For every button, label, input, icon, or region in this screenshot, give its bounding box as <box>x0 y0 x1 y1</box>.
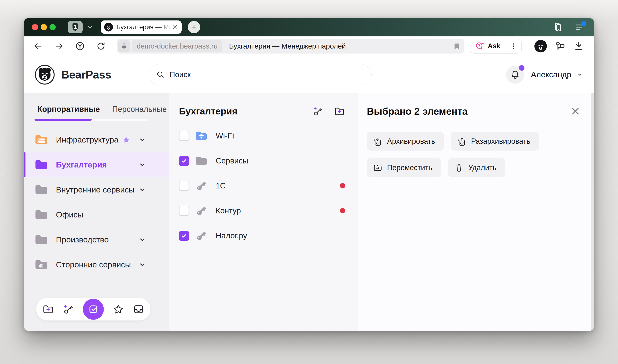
sidebar-item-label: Инфраструктура <box>56 135 122 144</box>
folder-server-icon <box>35 134 48 145</box>
brand-name: BearPass <box>61 68 111 81</box>
item-checkbox-checked[interactable] <box>179 231 189 241</box>
sidebar-item-production[interactable]: Производство <box>24 227 169 252</box>
sidebar-item-internal-services[interactable]: Внутренние сервисы <box>24 177 169 202</box>
browser-menu-button[interactable] <box>575 23 584 31</box>
alert-dot <box>340 208 345 213</box>
item-label: Налог.ру <box>216 231 247 240</box>
yandex-services-icon[interactable] <box>75 41 85 52</box>
item-checkbox[interactable] <box>179 206 189 216</box>
ask-ai-button[interactable]: ? Ask <box>470 39 522 53</box>
bearpass-logo-icon <box>35 65 55 85</box>
delete-button[interactable]: Удалить <box>448 158 505 177</box>
window-zoom-button[interactable] <box>50 24 56 30</box>
move-button[interactable]: Переместить <box>367 158 441 177</box>
action-label: Удалить <box>468 163 496 172</box>
add-password-button[interactable] <box>63 304 74 315</box>
item-checkbox-checked[interactable] <box>179 156 189 166</box>
folder-icon <box>195 156 208 166</box>
folder-move-icon <box>373 163 383 172</box>
sidebar-item-label: Офисы <box>56 210 138 219</box>
sidebar-item-infrastructure[interactable]: Инфраструктура <box>24 127 169 152</box>
sidebar-item-label: Внутренние сервисы <box>56 185 138 194</box>
item-label: Сервисы <box>216 156 248 165</box>
bearpass-extension-icon[interactable] <box>534 40 547 52</box>
tab-count: 1 <box>71 24 79 30</box>
item-checkbox[interactable] <box>179 131 189 141</box>
multi-select-button[interactable] <box>83 299 104 320</box>
folder-header-actions <box>312 106 345 117</box>
back-button[interactable] <box>33 41 43 52</box>
notifications-button[interactable] <box>506 66 524 84</box>
tab-count-shield-icon: 1 <box>71 23 79 32</box>
search-bar[interactable] <box>149 64 372 85</box>
password-key-icon <box>195 180 208 192</box>
new-tab-button[interactable] <box>188 21 200 33</box>
list-item-wifi[interactable]: Wi-Fi <box>179 123 345 148</box>
sidebar-item-offices[interactable]: Офисы <box>24 202 169 227</box>
user-name[interactable]: Александр <box>531 70 571 79</box>
archive-in-icon <box>373 137 383 146</box>
app-body: Корпоративные Персональные <box>24 93 594 331</box>
item-label: Контур <box>216 206 241 215</box>
action-label: Переместить <box>387 163 432 172</box>
selection-panel-header: Выбрано 2 элемента <box>367 106 578 117</box>
add-folder-button[interactable] <box>42 304 54 315</box>
folder-icon <box>35 184 48 195</box>
kebab-menu-icon[interactable] <box>510 42 517 50</box>
address-page-title: Бухгалтерия — Менеджер паролей <box>229 42 449 50</box>
forward-button[interactable] <box>54 41 64 52</box>
lock-icon[interactable] <box>118 40 130 52</box>
bookmarks-panel-icon[interactable] <box>553 22 563 32</box>
notification-badge <box>519 65 524 71</box>
list-item-kontur[interactable]: Контур <box>179 198 345 223</box>
sidebar-item-accounting[interactable]: Бухгалтерия <box>24 152 169 177</box>
sidebar-toolbar <box>36 298 150 321</box>
alert-dot <box>340 183 345 188</box>
folder-at-icon: @ <box>35 259 48 270</box>
bearpass-app: BearPass Алекса <box>24 56 594 331</box>
selection-actions: Архивировать Разарх <box>367 132 557 177</box>
chevron-down-icon[interactable] <box>138 236 147 244</box>
search-input[interactable] <box>170 70 364 79</box>
chevron-down-icon[interactable] <box>138 161 147 169</box>
chevron-down-icon[interactable] <box>138 261 147 269</box>
address-field[interactable]: demo-docker.bearpass.ru Бухгалтерия — Ме… <box>117 39 464 53</box>
url-text[interactable]: demo-docker.bearpass.ru <box>132 40 222 52</box>
tab-personal[interactable]: Персональные <box>112 105 167 115</box>
sidebar-item-third-party-services[interactable]: @ Сторонние сервисы <box>24 252 169 277</box>
archive-button[interactable]: Архивировать <box>367 132 444 151</box>
tab-close-icon[interactable] <box>172 24 178 30</box>
search-icon <box>156 70 165 79</box>
page-scrollbar[interactable] <box>591 93 594 331</box>
list-item-services[interactable]: Сервисы <box>179 148 345 173</box>
add-password-button[interactable] <box>312 106 324 117</box>
list-item-nalog-ru[interactable]: Налог.ру <box>179 223 345 248</box>
favorites-button[interactable] <box>113 304 124 315</box>
window-close-button[interactable] <box>32 24 38 30</box>
tab-count-button[interactable]: 1 <box>68 21 83 33</box>
list-item-1c[interactable]: 1С <box>179 173 345 198</box>
chevron-down-icon[interactable] <box>138 136 147 144</box>
tab-title: Бухгалтерия — Менедж <box>116 24 172 31</box>
tab-list-chevron-icon[interactable] <box>86 24 94 31</box>
selection-panel: Выбрано 2 элемента <box>358 93 594 331</box>
action-label: Архивировать <box>387 137 435 146</box>
tab-corporate[interactable]: Корпоративные <box>37 105 100 115</box>
item-checkbox[interactable] <box>179 181 189 191</box>
user-menu-chevron-icon[interactable] <box>576 71 584 78</box>
archive-tray-button[interactable] <box>133 304 144 315</box>
add-folder-button[interactable] <box>334 106 345 117</box>
close-icon[interactable] <box>570 106 581 117</box>
toolbar-divider <box>528 41 528 51</box>
password-manager-extension-icon[interactable] <box>555 41 566 52</box>
chevron-down-icon[interactable] <box>138 186 147 194</box>
reload-button[interactable] <box>96 41 106 52</box>
window-minimize-button[interactable] <box>41 24 47 30</box>
brand: BearPass <box>35 65 111 85</box>
bookmark-flag-icon[interactable] <box>453 42 460 50</box>
unarchive-button[interactable]: Разархивировать <box>451 132 539 151</box>
svg-text:@: @ <box>39 263 44 269</box>
active-browser-tab[interactable]: Бухгалтерия — Менедж <box>101 20 182 34</box>
downloads-icon[interactable] <box>573 41 584 52</box>
